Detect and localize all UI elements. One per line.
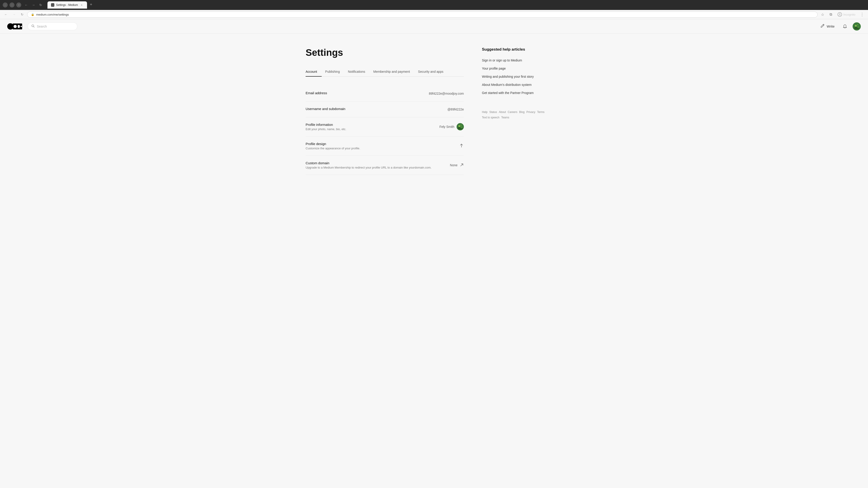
settings-tabs: Account Publishing Notifications Members…: [306, 67, 464, 76]
tab-publishing[interactable]: Publishing: [325, 67, 344, 76]
footer-tts[interactable]: Text to speech: [482, 116, 499, 119]
search-icon: [31, 24, 35, 28]
logo-text: [13, 24, 22, 29]
profile-name-value: Fely Smith: [439, 125, 454, 129]
search-placeholder: Search: [37, 25, 47, 28]
address-bar-row: ← → ↻ 🔒 medium.com/me/settings ☆ ⧉ Incog…: [0, 10, 868, 19]
custom-domain-label: Custom domain: [306, 161, 450, 165]
custom-domain-value: None: [450, 163, 458, 167]
svg-point-9: [855, 25, 857, 27]
incognito-icon: [837, 12, 842, 17]
write-label: Write: [827, 24, 835, 28]
svg-point-17: [460, 126, 463, 128]
footer-terms[interactable]: Terms: [537, 110, 545, 115]
top-nav: Search Write: [0, 19, 868, 34]
active-tab[interactable]: ●● Settings - Medium ✕: [48, 1, 87, 8]
main-layout: Settings Account Publishing Notification…: [298, 34, 569, 188]
close-button[interactable]: ✕: [16, 2, 21, 7]
url-text: medium.com/me/settings: [36, 13, 814, 16]
write-button[interactable]: Write: [817, 22, 837, 31]
avatar[interactable]: [852, 22, 861, 31]
help-link-writing[interactable]: Writing and publishing your first story: [482, 72, 550, 80]
lock-icon: 🔒: [31, 13, 34, 16]
svg-point-14: [458, 125, 460, 127]
profile-avatar-small: [457, 123, 464, 130]
footer-links: Help Status About Careers Blog Privacy T…: [482, 110, 550, 119]
custom-domain-sublabel: Upgrade to a Medium Membership to redire…: [306, 166, 450, 169]
profile-design-row[interactable]: Profile design Customize the appearance …: [306, 136, 464, 156]
footer-help[interactable]: Help: [482, 110, 488, 115]
window-controls: ─ □ ✕: [3, 2, 21, 7]
medium-logo[interactable]: [7, 23, 22, 30]
footer-about[interactable]: About: [499, 110, 506, 115]
email-label-group: Email address: [306, 91, 429, 96]
email-value: 89f4222e@moodjoy.com: [429, 92, 464, 95]
svg-point-3: [18, 25, 20, 28]
notification-button[interactable]: [841, 22, 849, 31]
tab-notifications[interactable]: Notifications: [348, 67, 370, 76]
new-tab-button[interactable]: +: [88, 1, 94, 8]
profile-design-label: Profile design: [306, 142, 460, 146]
help-link-distribution[interactable]: About Medium's distribution system: [482, 80, 550, 89]
profile-info-label-group: Profile information Edit your photo, nam…: [306, 123, 439, 131]
maximize-button[interactable]: □: [9, 2, 14, 7]
page-title: Settings: [306, 47, 464, 58]
svg-point-10: [857, 24, 858, 25]
sidebar-help-title: Suggested help articles: [482, 47, 550, 52]
tab-account[interactable]: Account: [306, 67, 322, 76]
back-nav-button[interactable]: ←: [3, 11, 9, 18]
svg-line-19: [461, 164, 463, 166]
browser-chrome: ─ □ ✕ ← → ↻ ●● Settings - Medium ✕ + ← →…: [0, 0, 868, 19]
svg-point-8: [852, 22, 861, 31]
address-bar[interactable]: 🔒 medium.com/me/settings: [27, 11, 817, 18]
svg-point-4: [21, 26, 22, 27]
username-value: @89f4222e: [447, 107, 464, 111]
minimize-button[interactable]: ─: [3, 2, 8, 7]
footer-teams[interactable]: Teams: [501, 116, 509, 119]
content-area: Settings Account Publishing Notification…: [306, 47, 464, 175]
tab-bar: ●● Settings - Medium ✕ +: [46, 1, 865, 8]
profile-info-row[interactable]: Profile information Edit your photo, nam…: [306, 117, 464, 136]
svg-line-18: [460, 144, 463, 147]
username-label-group: Username and subdomain: [306, 107, 447, 111]
nav-controls: ← → ↻: [23, 2, 44, 8]
custom-domain-row[interactable]: Custom domain Upgrade to a Medium Member…: [306, 156, 464, 175]
tab-membership[interactable]: Membership and payment: [373, 67, 414, 76]
split-view-button[interactable]: ⧉: [828, 11, 834, 18]
svg-line-7: [823, 25, 824, 25]
svg-point-0: [839, 13, 840, 15]
incognito-button[interactable]: Incognito: [836, 11, 857, 18]
incognito-label: Incognito: [843, 13, 855, 16]
footer-status[interactable]: Status: [489, 110, 497, 115]
profile-design-sublabel: Customize the appearance of your profile…: [306, 147, 460, 150]
page-wrapper: Search Write Settings: [0, 19, 868, 488]
profile-info-value-group: Fely Smith: [439, 123, 464, 130]
footer-blog[interactable]: Blog: [519, 110, 525, 115]
tab-security[interactable]: Security and apps: [418, 67, 448, 76]
tab-close-button[interactable]: ✕: [80, 3, 84, 7]
settings-rows: Email address 89f4222e@moodjoy.com Usern…: [306, 86, 464, 175]
help-link-profile[interactable]: Your profile page: [482, 64, 550, 72]
bookmark-button[interactable]: ☆: [819, 11, 826, 18]
search-bar[interactable]: Search: [28, 22, 77, 30]
forward-button[interactable]: →: [30, 2, 37, 8]
profile-info-label: Profile information: [306, 123, 439, 127]
reload-button[interactable]: ↻: [19, 11, 25, 18]
back-button[interactable]: ←: [23, 2, 29, 8]
external-link-icon: [459, 143, 465, 149]
forward-nav-button[interactable]: →: [11, 11, 17, 18]
custom-domain-value-group: None: [450, 163, 464, 168]
footer-privacy[interactable]: Privacy: [526, 110, 535, 115]
svg-point-12: [857, 26, 860, 28]
email-label: Email address: [306, 91, 429, 95]
tab-favicon: ●●: [51, 3, 54, 6]
refresh-button[interactable]: ↻: [37, 2, 44, 8]
titlebar: ─ □ ✕ ← → ↻ ●● Settings - Medium ✕ +: [0, 0, 868, 10]
email-row[interactable]: Email address 89f4222e@moodjoy.com: [306, 86, 464, 101]
username-label: Username and subdomain: [306, 107, 447, 111]
help-link-partner[interactable]: Get started with the Partner Program: [482, 89, 550, 97]
help-link-signin[interactable]: Sign in or sign up to Medium: [482, 56, 550, 64]
footer-careers[interactable]: Careers: [508, 110, 518, 115]
browser-menu-button[interactable]: ⋮: [859, 11, 865, 18]
username-row[interactable]: Username and subdomain @89f4222e: [306, 101, 464, 117]
